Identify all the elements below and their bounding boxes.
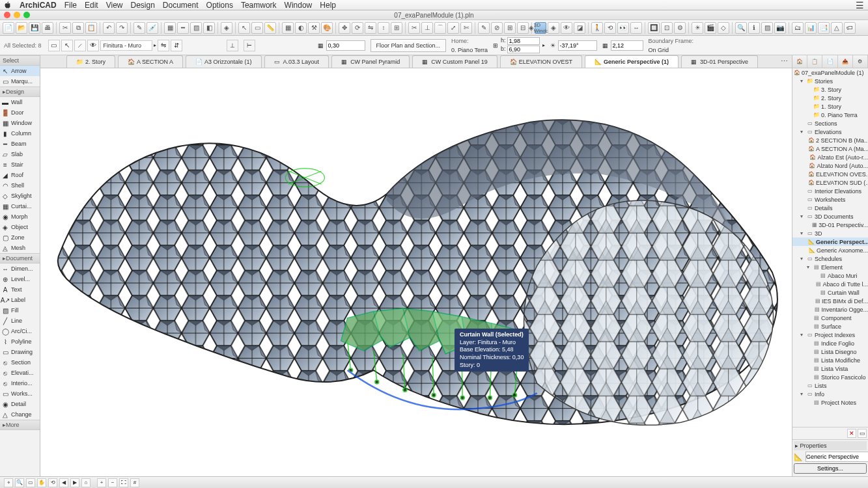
tab-a3-orizzontale-1-[interactable]: 📄A3 Orizzontale (1) [186, 55, 262, 68]
look-icon[interactable]: 👀 [617, 22, 629, 34]
nav-node[interactable]: ▤Curtain Wall [792, 288, 868, 297]
menu-document[interactable]: Document [163, 1, 199, 10]
syringe-icon[interactable]: 💉 [147, 22, 158, 34]
window-close-button[interactable] [4, 12, 10, 18]
orbit-icon[interactable]: ⟲ [604, 22, 616, 34]
bimx-icon[interactable]: ◇ [718, 22, 729, 34]
3d-window-button[interactable]: ◈ 3D Window [535, 22, 546, 34]
tool-change[interactable]: △Change [0, 409, 40, 420]
tool-roof[interactable]: ◢Roof [0, 170, 40, 180]
nav-root[interactable]: 🏠07_exaPanelModule (1) [792, 68, 868, 77]
nav-node[interactable]: ▤IES BIMx di Def... [792, 297, 868, 305]
sun-icon[interactable]: ☀ [692, 22, 703, 34]
nav-tab-project[interactable]: 🏠 [792, 55, 807, 68]
nav-node[interactable]: ▤Inventario Ogge... [792, 305, 868, 314]
layer-settings-icon[interactable]: ▦ [164, 22, 176, 34]
nav-node[interactable]: ▾▭Info [792, 390, 868, 398]
nav-node[interactable]: 🏠2 SECTION B (Ma... [792, 136, 868, 144]
tool-beam[interactable]: ━Beam [0, 139, 40, 149]
nav-node[interactable]: 🏠ELEVATION OVES... [792, 170, 868, 178]
menu-help[interactable]: Help [320, 1, 336, 10]
menu-file[interactable]: File [64, 1, 77, 10]
nav-tab-view-map[interactable]: 📋 [807, 55, 822, 68]
tool-fill[interactable]: ▨Fill [0, 305, 40, 316]
tab-overflow-icon[interactable]: ⋯ [777, 55, 792, 68]
nav-tab-settings[interactable]: ⚙ [853, 55, 868, 68]
nav-prop-icon[interactable]: ▭ [858, 429, 867, 438]
tool-elevati-[interactable]: ⎋Elevati... [0, 368, 40, 378]
window-maximize-button[interactable] [23, 12, 30, 18]
renovation-icon[interactable]: ⚒ [308, 22, 320, 34]
qs-expand-icon[interactable]: ⛶ [119, 478, 128, 487]
nav-node[interactable]: ▾📁Stories [792, 77, 868, 85]
nav-node[interactable]: ▤Lista Vista [792, 364, 868, 373]
open-file-icon[interactable]: 📂 [16, 22, 27, 34]
find-select-icon[interactable]: 🔍 [735, 22, 747, 34]
zoom-extents-icon[interactable]: ⊡ [661, 22, 673, 34]
markup-icon[interactable]: 🏷 [844, 22, 856, 34]
organizer-icon[interactable]: 📊 [805, 22, 817, 34]
nav-tab-layout[interactable]: 📄 [822, 55, 837, 68]
nav-node[interactable]: ▤Lista Disegno [792, 347, 868, 356]
menu-teamwork[interactable]: Teamwork [241, 1, 277, 10]
tab-3d-01-perspective[interactable]: ▦3D-01 Perspective [681, 55, 758, 68]
navigator-icon[interactable]: 🗂 [792, 22, 804, 34]
nav-node[interactable]: 📐Generic Axonome... [792, 246, 868, 254]
nav-node[interactable]: ▭Interior Elevations [792, 187, 868, 195]
nav-node[interactable]: ▭Sections [792, 119, 868, 128]
default-settings-icon[interactable]: ▭ [48, 40, 60, 51]
camera-icon[interactable]: 📷 [774, 22, 786, 34]
tool-section[interactable]: ⎋Section [0, 357, 40, 368]
tool-mesh[interactable]: ◬Mesh [0, 243, 40, 253]
tab-cw-custom-panel-19[interactable]: ▦CW Custom Panel 19 [412, 55, 497, 68]
mirror-icon[interactable]: ⇋ [365, 22, 376, 34]
angle-input[interactable] [558, 40, 597, 51]
edit-selection-icon[interactable]: ✎ [478, 22, 490, 34]
tool-works-[interactable]: ▭Works... [0, 388, 40, 399]
nav-tab-publisher[interactable]: 📤 [838, 55, 853, 68]
tab-elevation-ovest[interactable]: 🏠ELEVATION OVEST [500, 55, 582, 68]
app-name[interactable]: ArchiCAD [20, 1, 57, 10]
nav-node[interactable]: 🏠Alzato Nord (Auto... [792, 161, 868, 170]
home-story-dropdown[interactable]: 0. Piano Terra [451, 47, 488, 53]
nav-node[interactable]: ▤Abaco Muri [792, 271, 868, 280]
group-icon[interactable]: ⊞ [504, 22, 516, 34]
tool-arrow[interactable]: ↖Arrow [0, 66, 40, 76]
floor-plan-icon[interactable]: ⊥ [227, 40, 238, 51]
window-minimize-button[interactable] [14, 12, 20, 18]
tool-marqu-[interactable]: ▭Marqu... [0, 76, 40, 87]
qs-home-icon[interactable]: ⌂ [81, 478, 91, 487]
drag-icon[interactable]: ✥ [339, 22, 350, 34]
line-settings-icon[interactable]: ━ [177, 22, 189, 34]
menu-options[interactable]: Options [206, 1, 233, 10]
trace-icon[interactable]: ◈ [221, 22, 232, 34]
b-input[interactable] [507, 46, 540, 53]
partial-display-icon[interactable]: ◐ [295, 22, 307, 34]
nav-node[interactable]: 🏠ELEVATION SUD (... [792, 178, 868, 187]
3d-explore-icon[interactable]: 👁 [561, 22, 572, 34]
profile-manager-icon[interactable]: ▨ [761, 22, 773, 34]
layer-dropdown[interactable]: Finitura - Muro [100, 40, 152, 51]
nav-node[interactable]: 📐Generic Perspect... [792, 237, 868, 246]
qs-scale-icon[interactable]: ⌖ [4, 478, 13, 487]
geometry-mode-icon[interactable]: ⟋ [74, 40, 86, 51]
save-file-icon[interactable]: 💾 [29, 22, 40, 34]
tab-a-03-3-layout[interactable]: ▭A.03.3 Layout [264, 55, 329, 68]
nav-node[interactable]: ▦3D-01 Perspectiv... [792, 221, 868, 229]
nav-node[interactable]: ▤Indice Foglio [792, 339, 868, 347]
tool-shell[interactable]: ◠Shell [0, 180, 40, 191]
settings-button[interactable]: Settings... [794, 463, 867, 474]
tool-skylight[interactable]: ◇Skylight [0, 191, 40, 201]
section-icon[interactable]: ⊢ [244, 40, 255, 51]
ungroup-icon[interactable]: ⊟ [517, 22, 529, 34]
tool-stair[interactable]: ≡Stair [0, 159, 40, 170]
3d-cutaway-icon[interactable]: ◪ [574, 22, 585, 34]
adjust-icon[interactable]: ⊥ [421, 22, 433, 34]
tool-object[interactable]: ◈Object [0, 222, 40, 232]
menu-design[interactable]: Design [131, 1, 155, 10]
qs-zoom-icon[interactable]: 🔍 [15, 478, 24, 487]
nav-node[interactable]: 📁3. Story [792, 85, 868, 94]
zoom-fit-icon[interactable]: 🔲 [648, 22, 660, 34]
h-input[interactable] [507, 37, 540, 45]
prop-value-input[interactable] [805, 452, 868, 462]
